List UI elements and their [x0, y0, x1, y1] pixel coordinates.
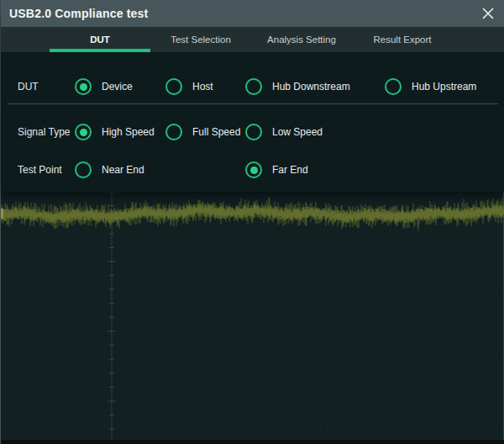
trace-start-marker — [1, 209, 3, 219]
radio-icon — [245, 161, 262, 178]
radio-hub-upstream[interactable]: Hub Upstream — [385, 78, 476, 95]
tab-bar: DUT Test Selection Analysis Setting Resu… — [1, 27, 504, 52]
tab-label: DUT — [90, 34, 110, 45]
tab-test-selection[interactable]: Test Selection — [150, 27, 251, 52]
graticule-grid — [3, 195, 503, 437]
usb-compliance-dialog: USB2.0 Compliance test DUT Test Selectio… — [1, 0, 504, 192]
radio-icon — [385, 78, 402, 95]
settings-panel: DUT Device Host Hub Downstream Hub Upstr… — [1, 52, 504, 192]
tab-label: Result Export — [373, 34, 431, 45]
radio-icon — [75, 161, 92, 178]
tab-label: Analysis Setting — [267, 34, 336, 45]
title-bar: USB2.0 Compliance test — [1, 0, 504, 27]
tab-result-export[interactable]: Result Export — [352, 27, 453, 52]
radio-label: Hub Upstream — [412, 81, 476, 92]
radio-label: Far End — [272, 164, 308, 176]
tab-label: Test Selection — [171, 34, 231, 45]
radio-near-end[interactable]: Near End — [75, 161, 144, 178]
dialog-title: USB2.0 Compliance test — [9, 0, 148, 27]
radio-label: Device — [102, 81, 133, 92]
radio-device[interactable]: Device — [75, 78, 133, 95]
waveform-area — [1, 192, 504, 444]
oscilloscope-display — [1, 192, 504, 444]
radio-icon — [75, 78, 92, 95]
divider — [8, 103, 498, 104]
radio-far-end[interactable]: Far End — [245, 161, 308, 178]
close-button[interactable] — [477, 3, 499, 24]
tab-dut[interactable]: DUT — [50, 27, 150, 52]
radio-full-speed[interactable]: Full Speed — [165, 124, 240, 140]
screen-bottom-edge — [1, 440, 504, 444]
signal-type-field-label: Signal Type — [18, 124, 71, 140]
radio-low-speed[interactable]: Low Speed — [245, 124, 323, 140]
radio-hub-downstream[interactable]: Hub Downstream — [245, 78, 350, 95]
radio-label: Low Speed — [272, 126, 323, 138]
radio-icon — [165, 78, 182, 95]
radio-icon — [245, 124, 262, 140]
radio-label: Full Speed — [192, 126, 240, 138]
radio-host[interactable]: Host — [165, 78, 213, 95]
radio-label: High Speed — [102, 126, 155, 138]
radio-icon — [165, 124, 182, 140]
radio-high-speed[interactable]: High Speed — [75, 124, 155, 140]
close-icon — [481, 7, 495, 20]
radio-label: Near End — [102, 164, 144, 176]
oscilloscope-screen: USB2.0 Compliance test DUT Test Selectio… — [0, 0, 504, 444]
radio-icon — [75, 124, 92, 140]
test-point-field-label: Test Point — [18, 161, 62, 178]
tab-analysis-setting[interactable]: Analysis Setting — [251, 27, 352, 52]
radio-label: Hub Downstream — [272, 81, 350, 92]
dut-field-label: DUT — [18, 78, 39, 95]
radio-icon — [245, 78, 262, 95]
radio-label: Host — [192, 81, 213, 92]
